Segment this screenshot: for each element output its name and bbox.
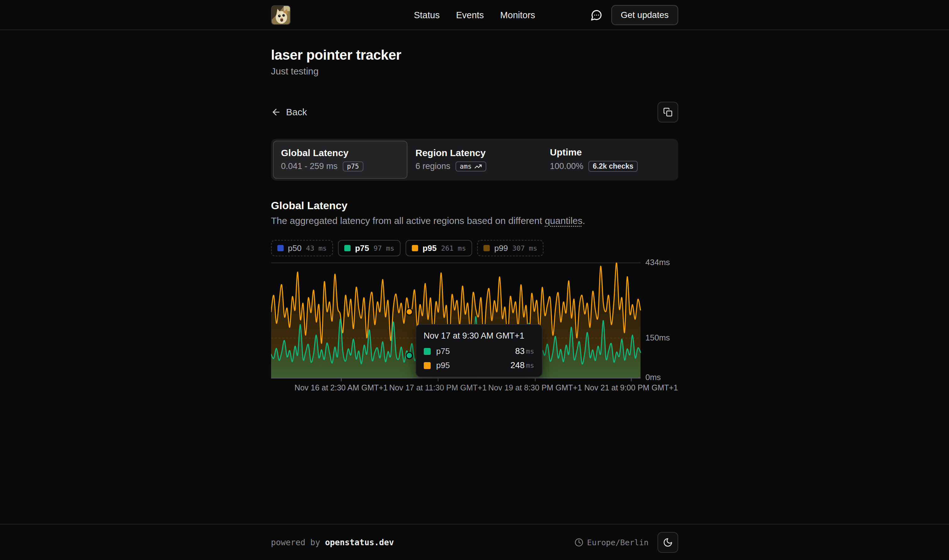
tab-subtitle: 100.00%: [550, 162, 584, 171]
copy-link-button[interactable]: [657, 102, 678, 123]
quantiles-link[interactable]: quantiles: [545, 215, 582, 226]
tab-subtitle: 0.041 - 259 ms: [281, 162, 338, 171]
p95-swatch: [412, 245, 418, 251]
x-axis-tick: Nov 21 at 9:00 PM GMT+1: [584, 383, 678, 392]
metric-tabs: Global Latency 0.041 - 259 ms p75 Region…: [271, 139, 678, 181]
timezone: Europe/Berlin: [575, 538, 649, 547]
tab-subtitle: 6 regions: [415, 162, 451, 171]
tooltip-title: Nov 17 at 9:30 AM GMT+1: [424, 331, 534, 341]
trending-up-icon: [474, 163, 482, 170]
nav-link-events[interactable]: Events: [456, 10, 484, 20]
site-logo[interactable]: [271, 5, 291, 25]
tab-title: Global Latency: [281, 148, 399, 158]
x-axis-tick: Nov 16 at 2:30 AM GMT+1: [295, 383, 388, 392]
moon-icon: [663, 537, 673, 548]
tooltip-row: p75 83 ms: [424, 346, 534, 356]
theme-toggle-button[interactable]: [657, 532, 678, 553]
y-axis-tick: 0ms: [646, 372, 661, 382]
legend-chip-p75[interactable]: p75 97 ms: [338, 240, 400, 256]
section-title: Global Latency: [271, 200, 678, 212]
page-subtitle: Just testing: [271, 66, 678, 77]
tab-region-latency[interactable]: Region Latency 6 regions ams: [408, 141, 542, 179]
back-button[interactable]: Back: [271, 107, 307, 117]
y-axis-tick: 434ms: [646, 257, 670, 267]
get-updates-button[interactable]: Get updates: [611, 5, 678, 25]
page-title: laser pointer tracker: [271, 47, 678, 63]
top-nav: Status Events Monitors Get updates: [0, 0, 949, 30]
legend-chip-p50[interactable]: p50 43 ms: [271, 240, 333, 256]
cat-logo-image: [272, 6, 290, 24]
p50-swatch: [277, 245, 284, 251]
tab-title: Region Latency: [415, 148, 534, 158]
openstatus-link[interactable]: openstatus.dev: [325, 538, 394, 547]
powered-by: powered by openstatus.dev: [271, 538, 394, 547]
p75-swatch: [424, 348, 431, 355]
footer: powered by openstatus.dev Europe/Berlin: [0, 524, 949, 560]
region-badge: ams: [455, 162, 486, 171]
legend-chip-p95[interactable]: p95 261 ms: [406, 240, 472, 256]
x-axis-tick: Nov 19 at 8:30 PM GMT+1: [488, 383, 582, 392]
y-axis-tick: 150ms: [646, 333, 670, 343]
p95-swatch: [424, 362, 431, 369]
tab-title: Uptime: [550, 147, 668, 158]
p75-swatch: [344, 245, 351, 251]
tab-uptime[interactable]: Uptime 100.00% 6.2k checks: [542, 141, 676, 179]
legend-chip-p99[interactable]: p99 307 ms: [477, 240, 543, 256]
quantile-badge: p75: [343, 162, 363, 171]
message-bubble-icon: [591, 9, 603, 21]
copy-icon: [663, 108, 672, 117]
latency-chart[interactable]: 434ms 150ms 0ms Nov 16 at 2:30 AM GMT+1 …: [271, 263, 678, 398]
nav-link-monitors[interactable]: Monitors: [500, 10, 535, 20]
chart-legend: p50 43 ms p75 97 ms p95 261 ms p99 307 m…: [271, 240, 678, 256]
chart-tooltip: Nov 17 at 9:30 AM GMT+1 p75 83 ms p95 24…: [415, 324, 543, 377]
section-description: The aggregated latency from all active r…: [271, 215, 678, 226]
p99-swatch: [483, 245, 490, 251]
tab-global-latency[interactable]: Global Latency 0.041 - 259 ms p75: [273, 141, 408, 179]
tooltip-row: p95 248 ms: [424, 360, 534, 370]
nav-links: Status Events Monitors: [414, 10, 535, 20]
main-content: laser pointer tracker Just testing Back: [0, 30, 949, 524]
nav-link-status[interactable]: Status: [414, 10, 440, 20]
arrow-left-icon: [271, 107, 281, 117]
checks-badge: 6.2k checks: [588, 161, 638, 172]
clock-icon: [575, 538, 583, 547]
feedback-button[interactable]: [591, 9, 603, 21]
back-label: Back: [286, 107, 307, 117]
x-axis-tick: Nov 17 at 11:30 PM GMT+1: [389, 383, 487, 392]
